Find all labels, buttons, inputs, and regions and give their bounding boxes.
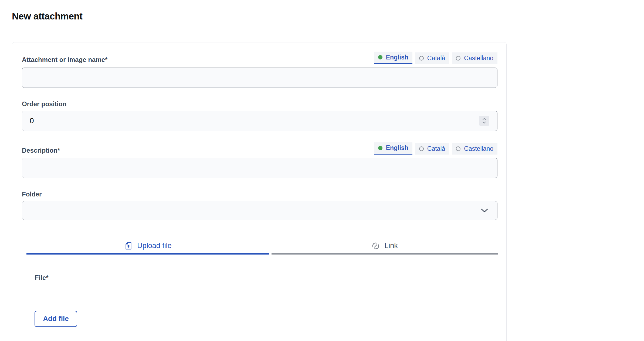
radio-unselected-icon <box>456 56 460 61</box>
lang-option-label: English <box>386 54 408 61</box>
lang-option-castellano[interactable]: Castellano <box>452 52 497 64</box>
lang-option-english[interactable]: English <box>374 52 412 64</box>
file-field-label: File* <box>35 274 497 282</box>
lang-option-castellano[interactable]: Castellano <box>452 143 497 155</box>
description-field-row: Description* English Català Castellano <box>22 142 497 155</box>
tab-link[interactable]: Link <box>272 242 498 255</box>
lang-option-catala[interactable]: Català <box>415 143 449 155</box>
description-field-label: Description* <box>22 147 60 155</box>
order-position-wrapper <box>22 111 497 131</box>
language-selector-name: English Català Castellano <box>374 52 497 64</box>
order-position-input[interactable] <box>22 111 497 131</box>
radio-unselected-icon <box>419 56 424 61</box>
lang-option-label: Català <box>427 145 445 152</box>
lang-option-label: Castellano <box>464 55 493 62</box>
link-icon <box>371 242 380 250</box>
lang-option-label: Català <box>427 55 445 62</box>
stepper-chevrons-icon <box>482 117 487 124</box>
folder-label: Folder <box>22 190 497 198</box>
tab-label: Link <box>384 242 398 250</box>
lang-option-catala[interactable]: Català <box>415 52 449 64</box>
lang-option-label: Castellano <box>464 145 493 152</box>
name-field-row: Attachment or image name* English Català… <box>22 52 497 64</box>
radio-unselected-icon <box>456 146 460 151</box>
lang-option-english[interactable]: English <box>374 142 412 155</box>
page-title: New attachment <box>12 11 82 22</box>
order-position-label: Order position <box>22 100 497 108</box>
add-file-button[interactable]: Add file <box>35 311 77 327</box>
new-attachment-page: New attachment Attachment or image name*… <box>0 0 644 341</box>
file-upload-icon <box>124 242 133 250</box>
radio-selected-icon <box>378 55 382 59</box>
radio-selected-icon <box>378 146 382 150</box>
name-field-label: Attachment or image name* <box>22 56 107 64</box>
number-stepper[interactable] <box>479 116 489 126</box>
description-input[interactable] <box>22 158 497 178</box>
radio-unselected-icon <box>419 146 424 151</box>
title-divider <box>12 30 634 30</box>
attachment-source-tabs: Upload file Link <box>26 242 498 255</box>
tab-upload-file[interactable]: Upload file <box>26 242 269 255</box>
attachment-form-card: Attachment or image name* English Català… <box>12 42 507 341</box>
lang-option-label: English <box>386 144 408 152</box>
tab-label: Upload file <box>137 242 172 250</box>
name-input[interactable] <box>22 68 497 88</box>
language-selector-description: English Català Castellano <box>374 142 497 155</box>
folder-select-wrapper <box>22 201 497 220</box>
folder-select[interactable] <box>22 201 497 220</box>
